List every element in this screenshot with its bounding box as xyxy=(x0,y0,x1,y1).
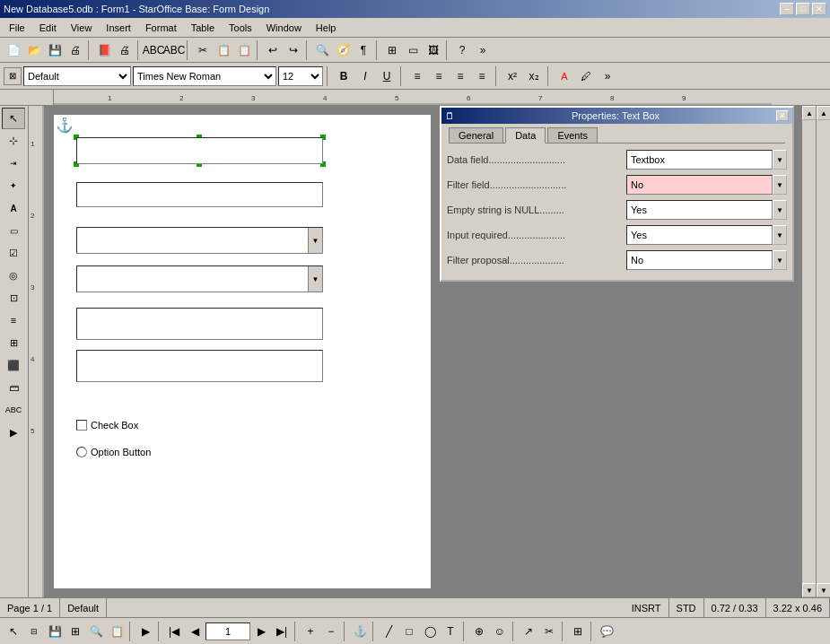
combo-dropdown-1[interactable]: ▼ xyxy=(308,228,322,253)
align-left-btn[interactable]: ≡ xyxy=(407,66,427,86)
cut-btn[interactable]: ✂ xyxy=(193,40,213,60)
prop-value-emptynull[interactable]: Yes xyxy=(626,200,773,220)
bottom-nav-next[interactable]: ▶ xyxy=(251,622,271,641)
subscript-btn[interactable]: x₂ xyxy=(524,66,544,86)
prop-dropdown-filterfield[interactable]: ▼ xyxy=(773,175,787,195)
prop-value-filterproposal[interactable]: No xyxy=(626,250,773,270)
bottom-grid-btn[interactable]: ⊞ xyxy=(568,622,588,641)
abc-tool[interactable]: ABC xyxy=(2,399,25,421)
more-btn[interactable]: » xyxy=(473,40,493,60)
prop-dropdown-filterproposal[interactable]: ▼ xyxy=(773,250,787,270)
menu-format[interactable]: Format xyxy=(138,21,184,35)
bottom-draw3-btn[interactable]: ◯ xyxy=(420,622,440,641)
find-btn[interactable]: 🔍 xyxy=(312,40,332,60)
label-tool[interactable]: A xyxy=(2,197,25,219)
copy-btn[interactable]: 📋 xyxy=(214,40,233,60)
bottom-form-btn[interactable]: ⊟ xyxy=(24,622,44,641)
bottom-save-btn[interactable]: 💾 xyxy=(45,622,65,641)
edit-points-tool[interactable]: ⊹ xyxy=(2,130,25,152)
combo-dropdown-2[interactable]: ▼ xyxy=(308,266,322,292)
tab-events[interactable]: Events xyxy=(547,127,598,143)
main-scrollbar[interactable]: ▲ ▼ xyxy=(816,106,830,597)
menu-insert[interactable]: Insert xyxy=(99,21,138,35)
combobox-tool[interactable]: ⊡ xyxy=(2,287,25,309)
taborder-tool[interactable]: ⇥ xyxy=(2,152,25,174)
bottom-nav-last[interactable]: ▶| xyxy=(272,622,292,641)
size-dropdown[interactable]: 12 xyxy=(278,66,323,86)
bottom-add-btn[interactable]: + xyxy=(301,622,320,641)
textfield-3[interactable] xyxy=(76,308,323,340)
bottom-text-btn[interactable]: T xyxy=(441,622,460,641)
bottom-effect-btn[interactable]: ⊕ xyxy=(469,622,489,641)
more-tools[interactable]: ▶ xyxy=(2,422,25,443)
checkbox-element[interactable]: Check Box xyxy=(76,420,138,431)
bottom-del-btn[interactable]: − xyxy=(321,622,341,641)
bottom-smiley-btn[interactable]: ☺ xyxy=(490,622,510,641)
font-dropdown[interactable]: Times New Roman xyxy=(133,66,276,86)
main-scroll-down[interactable]: ▼ xyxy=(817,583,830,597)
bottom-anchor-btn[interactable]: ⚓ xyxy=(350,622,370,641)
main-scroll-up[interactable]: ▲ xyxy=(817,106,830,120)
wizard-tool[interactable]: ✦ xyxy=(2,175,25,196)
bottom-record-field[interactable]: 1 xyxy=(205,622,250,640)
select-tool[interactable]: ↖ xyxy=(2,108,25,129)
undo-btn[interactable]: ↩ xyxy=(263,40,283,60)
bottom-select-btn[interactable]: ↖ xyxy=(4,622,23,641)
export-pdf-btn[interactable]: 📕 xyxy=(94,40,114,60)
selected-textfield[interactable] xyxy=(76,137,323,164)
align-justify-btn[interactable]: ≡ xyxy=(472,66,492,86)
properties-close-btn[interactable]: ✕ xyxy=(776,110,789,121)
textbox-tool[interactable]: ▭ xyxy=(2,220,25,241)
bottom-table-btn[interactable]: ⊞ xyxy=(66,622,85,641)
menu-tools[interactable]: Tools xyxy=(222,21,259,35)
bottom-link-btn[interactable]: ↗ xyxy=(519,622,538,641)
save-btn[interactable]: 💾 xyxy=(45,40,65,60)
canvas-scrollbar[interactable]: ▲ ▼ xyxy=(801,106,816,597)
scrollbar-tool[interactable]: ⬛ xyxy=(2,354,25,376)
align-center-btn[interactable]: ≡ xyxy=(429,66,449,86)
print-btn[interactable]: 🖨 xyxy=(115,40,135,60)
checkbox-box[interactable] xyxy=(76,420,87,431)
navigator-btn[interactable]: 🧭 xyxy=(333,40,353,60)
insert-frame-btn[interactable]: ▭ xyxy=(403,40,423,60)
bottom-comment-btn[interactable]: 💬 xyxy=(597,622,616,641)
superscript-btn[interactable]: x² xyxy=(502,66,522,86)
main-scroll-track[interactable] xyxy=(817,120,830,583)
align-right-btn[interactable]: ≡ xyxy=(450,66,470,86)
bottom-unlink-btn[interactable]: ✂ xyxy=(539,622,559,641)
image-tool[interactable]: 🗃 xyxy=(2,377,25,398)
bottom-draw2-btn[interactable]: □ xyxy=(399,622,419,641)
tab-data[interactable]: Data xyxy=(505,127,546,144)
bottom-nav-first[interactable]: |◀ xyxy=(164,622,184,641)
radio-circle[interactable] xyxy=(76,447,87,457)
new-btn[interactable]: 📄 xyxy=(4,40,23,60)
prop-value-filterfield[interactable]: No xyxy=(626,175,773,195)
prop-dropdown-emptynull[interactable]: ▼ xyxy=(773,200,787,220)
radiobutton-tool[interactable]: ◎ xyxy=(2,265,25,286)
textfield-1[interactable] xyxy=(76,137,323,164)
menu-table[interactable]: Table xyxy=(184,21,222,35)
more2-btn[interactable]: » xyxy=(598,66,617,86)
highlight-btn[interactable]: 🖊 xyxy=(576,66,596,86)
styles-btn[interactable]: ¶ xyxy=(354,40,373,60)
bottom-run-btn[interactable]: ▶ xyxy=(135,622,155,641)
prop-value-datafield[interactable]: Textbox xyxy=(626,150,773,170)
checkbox-tool[interactable]: ☑ xyxy=(2,242,25,264)
prop-value-inputrequired[interactable]: Yes xyxy=(626,225,773,245)
scroll-up-btn[interactable]: ▲ xyxy=(802,106,816,120)
prop-dropdown-datafield[interactable]: ▼ xyxy=(773,150,787,170)
bold-btn[interactable]: B xyxy=(334,66,354,86)
form-canvas[interactable]: ⚓ ▼ xyxy=(54,115,431,588)
spell-btn[interactable]: ABC xyxy=(144,40,163,60)
underline-btn[interactable]: U xyxy=(377,66,397,86)
bottom-report-btn[interactable]: 📋 xyxy=(107,622,127,641)
font-color-btn[interactable]: A xyxy=(555,66,574,86)
maximize-button[interactable]: □ xyxy=(796,3,810,15)
print-preview-btn[interactable]: 🖨 xyxy=(66,40,85,60)
prop-dropdown-inputrequired[interactable]: ▼ xyxy=(773,225,787,245)
insert-table-btn[interactable]: ⊞ xyxy=(382,40,402,60)
help-btn[interactable]: ? xyxy=(452,40,472,60)
redo-btn[interactable]: ↪ xyxy=(284,40,303,60)
combobox-2[interactable]: ▼ xyxy=(76,265,323,292)
bottom-query-btn[interactable]: 🔍 xyxy=(86,622,106,641)
